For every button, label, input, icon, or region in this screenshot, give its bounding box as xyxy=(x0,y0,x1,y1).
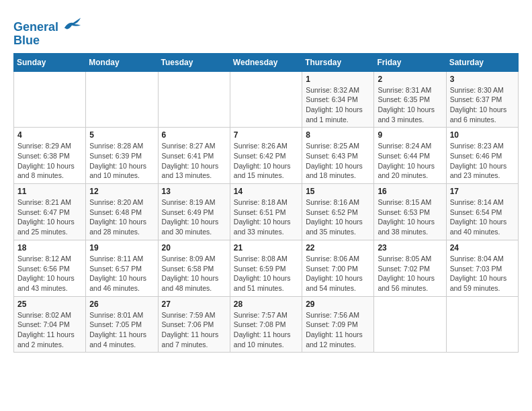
day-info: Sunrise: 7:57 AM Sunset: 7:08 PM Dayligh… xyxy=(234,310,298,350)
day-number: 1 xyxy=(306,75,370,84)
day-info: Sunrise: 8:16 AM Sunset: 6:52 PM Dayligh… xyxy=(306,197,370,237)
day-number: 23 xyxy=(378,243,442,253)
day-number: 29 xyxy=(306,300,370,309)
day-of-week-header: Saturday xyxy=(446,53,518,71)
day-number: 2 xyxy=(378,75,442,84)
day-info: Sunrise: 8:32 AM Sunset: 6:34 PM Dayligh… xyxy=(306,85,370,125)
calendar-day-cell: 5Sunrise: 8:28 AM Sunset: 6:39 PM Daylig… xyxy=(86,128,158,184)
day-number: 4 xyxy=(17,130,82,140)
day-number: 12 xyxy=(89,187,154,196)
day-number: 7 xyxy=(234,130,298,140)
calendar-day-cell: 17Sunrise: 8:14 AM Sunset: 6:54 PM Dayli… xyxy=(446,184,518,240)
day-number: 5 xyxy=(89,130,154,140)
day-number: 18 xyxy=(17,243,82,253)
day-info: Sunrise: 8:04 AM Sunset: 7:03 PM Dayligh… xyxy=(450,254,515,293)
day-number: 19 xyxy=(89,243,154,253)
calendar-day-cell xyxy=(446,296,518,353)
calendar-day-cell: 18Sunrise: 8:12 AM Sunset: 6:56 PM Dayli… xyxy=(14,240,86,296)
day-info: Sunrise: 8:09 AM Sunset: 6:58 PM Dayligh… xyxy=(162,254,226,293)
calendar-day-cell: 23Sunrise: 8:05 AM Sunset: 7:02 PM Dayli… xyxy=(374,240,446,296)
calendar-day-cell: 22Sunrise: 8:06 AM Sunset: 7:00 PM Dayli… xyxy=(302,240,374,296)
calendar-day-cell: 19Sunrise: 8:11 AM Sunset: 6:57 PM Dayli… xyxy=(86,240,158,296)
day-info: Sunrise: 8:25 AM Sunset: 6:43 PM Dayligh… xyxy=(306,141,370,181)
calendar-day-cell xyxy=(374,296,446,353)
calendar-week-row: 11Sunrise: 8:21 AM Sunset: 6:47 PM Dayli… xyxy=(14,184,519,240)
day-number: 11 xyxy=(17,187,82,196)
day-number: 9 xyxy=(378,130,442,140)
calendar-day-cell: 1Sunrise: 8:32 AM Sunset: 6:34 PM Daylig… xyxy=(302,71,374,128)
calendar-day-cell xyxy=(86,71,158,128)
day-number: 20 xyxy=(162,243,226,253)
day-info: Sunrise: 8:01 AM Sunset: 7:05 PM Dayligh… xyxy=(89,310,154,350)
day-info: Sunrise: 8:11 AM Sunset: 6:57 PM Dayligh… xyxy=(89,254,154,293)
calendar-day-cell: 28Sunrise: 7:57 AM Sunset: 7:08 PM Dayli… xyxy=(230,296,302,353)
day-info: Sunrise: 8:30 AM Sunset: 6:37 PM Dayligh… xyxy=(450,85,515,125)
day-of-week-header: Thursday xyxy=(302,53,374,71)
day-info: Sunrise: 8:31 AM Sunset: 6:35 PM Dayligh… xyxy=(378,85,442,125)
calendar-week-row: 25Sunrise: 8:02 AM Sunset: 7:04 PM Dayli… xyxy=(14,296,519,353)
day-info: Sunrise: 8:27 AM Sunset: 6:41 PM Dayligh… xyxy=(162,141,226,181)
day-of-week-header: Sunday xyxy=(14,53,86,71)
day-number: 6 xyxy=(162,130,226,140)
logo-bird-icon xyxy=(63,16,82,31)
calendar-day-cell: 11Sunrise: 8:21 AM Sunset: 6:47 PM Dayli… xyxy=(14,184,86,240)
day-number: 13 xyxy=(162,187,226,196)
day-info: Sunrise: 8:12 AM Sunset: 6:56 PM Dayligh… xyxy=(17,254,82,293)
day-number: 21 xyxy=(234,243,298,253)
calendar-day-cell: 27Sunrise: 7:59 AM Sunset: 7:06 PM Dayli… xyxy=(158,296,230,353)
calendar-day-cell: 24Sunrise: 8:04 AM Sunset: 7:03 PM Dayli… xyxy=(446,240,518,296)
day-info: Sunrise: 8:02 AM Sunset: 7:04 PM Dayligh… xyxy=(17,310,82,350)
calendar-week-row: 1Sunrise: 8:32 AM Sunset: 6:34 PM Daylig… xyxy=(14,71,519,128)
logo: General Blue xyxy=(13,16,82,48)
day-info: Sunrise: 7:59 AM Sunset: 7:06 PM Dayligh… xyxy=(162,310,226,350)
day-info: Sunrise: 8:14 AM Sunset: 6:54 PM Dayligh… xyxy=(450,197,515,237)
day-number: 27 xyxy=(162,300,226,309)
day-number: 24 xyxy=(450,243,515,253)
calendar-day-cell: 7Sunrise: 8:26 AM Sunset: 6:42 PM Daylig… xyxy=(230,128,302,184)
day-info: Sunrise: 8:29 AM Sunset: 6:38 PM Dayligh… xyxy=(17,141,82,181)
day-info: Sunrise: 8:24 AM Sunset: 6:44 PM Dayligh… xyxy=(378,141,442,181)
calendar-day-cell: 29Sunrise: 7:56 AM Sunset: 7:09 PM Dayli… xyxy=(302,296,374,353)
day-number: 8 xyxy=(306,130,370,140)
calendar-day-cell xyxy=(230,71,302,128)
day-number: 25 xyxy=(17,300,82,309)
day-number: 17 xyxy=(450,187,515,196)
day-number: 28 xyxy=(234,300,298,309)
day-number: 15 xyxy=(306,187,370,196)
calendar-day-cell: 20Sunrise: 8:09 AM Sunset: 6:58 PM Dayli… xyxy=(158,240,230,296)
day-number: 26 xyxy=(89,300,154,309)
day-info: Sunrise: 7:56 AM Sunset: 7:09 PM Dayligh… xyxy=(306,310,370,350)
calendar-day-cell: 4Sunrise: 8:29 AM Sunset: 6:38 PM Daylig… xyxy=(14,128,86,184)
calendar-day-cell: 10Sunrise: 8:23 AM Sunset: 6:46 PM Dayli… xyxy=(446,128,518,184)
calendar-header-row: SundayMondayTuesdayWednesdayThursdayFrid… xyxy=(14,53,519,71)
day-of-week-header: Friday xyxy=(374,53,446,71)
logo-blue-text: Blue xyxy=(13,34,82,48)
day-info: Sunrise: 8:08 AM Sunset: 6:59 PM Dayligh… xyxy=(234,254,298,293)
day-info: Sunrise: 8:06 AM Sunset: 7:00 PM Dayligh… xyxy=(306,254,370,293)
day-info: Sunrise: 8:28 AM Sunset: 6:39 PM Dayligh… xyxy=(89,141,154,181)
calendar-day-cell: 6Sunrise: 8:27 AM Sunset: 6:41 PM Daylig… xyxy=(158,128,230,184)
calendar-day-cell: 25Sunrise: 8:02 AM Sunset: 7:04 PM Dayli… xyxy=(14,296,86,353)
day-of-week-header: Tuesday xyxy=(158,53,230,71)
day-number: 16 xyxy=(378,187,442,196)
calendar-day-cell: 16Sunrise: 8:15 AM Sunset: 6:53 PM Dayli… xyxy=(374,184,446,240)
calendar-day-cell: 21Sunrise: 8:08 AM Sunset: 6:59 PM Dayli… xyxy=(230,240,302,296)
day-number: 3 xyxy=(450,75,515,84)
calendar-week-row: 18Sunrise: 8:12 AM Sunset: 6:56 PM Dayli… xyxy=(14,240,519,296)
day-of-week-header: Monday xyxy=(86,53,158,71)
day-info: Sunrise: 8:05 AM Sunset: 7:02 PM Dayligh… xyxy=(378,254,442,293)
calendar-day-cell: 2Sunrise: 8:31 AM Sunset: 6:35 PM Daylig… xyxy=(374,71,446,128)
calendar-day-cell: 15Sunrise: 8:16 AM Sunset: 6:52 PM Dayli… xyxy=(302,184,374,240)
calendar-day-cell: 9Sunrise: 8:24 AM Sunset: 6:44 PM Daylig… xyxy=(374,128,446,184)
day-of-week-header: Wednesday xyxy=(230,53,302,71)
day-info: Sunrise: 8:20 AM Sunset: 6:48 PM Dayligh… xyxy=(89,197,154,237)
calendar-day-cell xyxy=(158,71,230,128)
calendar-table: SundayMondayTuesdayWednesdayThursdayFrid… xyxy=(13,53,519,353)
day-number: 14 xyxy=(234,187,298,196)
day-info: Sunrise: 8:15 AM Sunset: 6:53 PM Dayligh… xyxy=(378,197,442,237)
calendar-day-cell: 26Sunrise: 8:01 AM Sunset: 7:05 PM Dayli… xyxy=(86,296,158,353)
day-number: 22 xyxy=(306,243,370,253)
day-info: Sunrise: 8:23 AM Sunset: 6:46 PM Dayligh… xyxy=(450,141,515,181)
calendar-day-cell xyxy=(14,71,86,128)
day-info: Sunrise: 8:19 AM Sunset: 6:49 PM Dayligh… xyxy=(162,197,226,237)
